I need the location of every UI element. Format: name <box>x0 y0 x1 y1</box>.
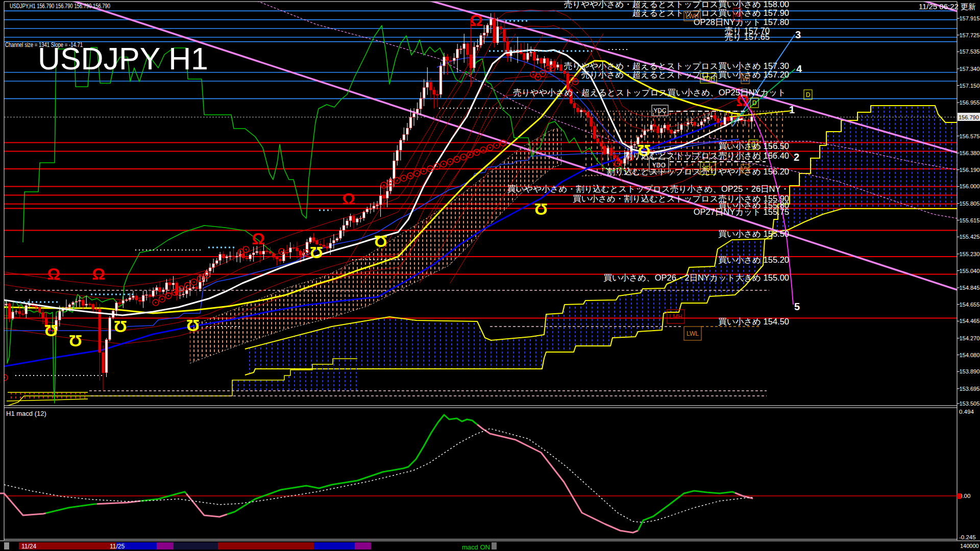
svg-text:M: M <box>735 11 740 18</box>
svg-text:Ω: Ω <box>534 200 548 218</box>
svg-text:Ω: Ω <box>44 321 58 340</box>
svg-text:買い小さめ、OP26・2日NYカット大きめ 155.00: 買い小さめ、OP26・2日NYカット大きめ 155.00 <box>604 273 789 282</box>
svg-text:157.535: 157.535 <box>960 48 980 55</box>
svg-text:154.845: 154.845 <box>960 285 980 291</box>
svg-text:157.340: 157.340 <box>960 66 980 72</box>
svg-text:OP27日NYカット 155.75: OP27日NYカット 155.75 <box>694 207 789 216</box>
svg-text:売りやや小さめ・超えるとストップロス買い小さめ 157.30: 売りやや小さめ・超えるとストップロス買い小さめ 157.30 <box>564 61 789 70</box>
svg-text:156.190: 156.190 <box>960 167 980 173</box>
svg-text:157.725: 157.725 <box>960 32 980 38</box>
svg-text:売り 157.65: 売り 157.65 <box>725 32 770 41</box>
svg-text:割り込むとストップロス売りやや小さめ 156.20: 割り込むとストップロス売りやや小さめ 156.20 <box>607 167 789 176</box>
svg-text:Ω: Ω <box>252 230 265 248</box>
svg-text:154.655: 154.655 <box>960 302 980 308</box>
svg-text:155.040: 155.040 <box>960 268 980 274</box>
svg-text:156.380: 156.380 <box>960 150 980 156</box>
svg-text:YDC: YDC <box>653 107 667 114</box>
svg-text:D: D <box>752 99 757 107</box>
svg-text:YDL: YDL <box>702 165 714 172</box>
svg-text:1: 1 <box>789 104 795 115</box>
svg-text:LMH: LMH <box>669 313 682 320</box>
svg-text:11/25 06:22 更新: 11/25 06:22 更新 <box>919 2 976 11</box>
svg-text:154.080: 154.080 <box>960 352 980 358</box>
svg-text:売りやや小さめ・超えるとストップロス買い小さめ、OP25日N: 売りやや小さめ・超えるとストップロス買い小さめ、OP25日NYカット <box>513 88 786 97</box>
svg-text:0.494: 0.494 <box>959 409 974 415</box>
svg-text:YDH: YDH <box>702 75 715 82</box>
svg-text:155.805: 155.805 <box>960 201 980 207</box>
svg-text:2: 2 <box>794 152 799 163</box>
svg-text:VV: VV <box>741 165 749 172</box>
svg-text:157.915: 157.915 <box>960 15 980 21</box>
svg-text:買い小さめ 154.50: 買い小さめ 154.50 <box>718 317 789 326</box>
svg-text:156.575: 156.575 <box>960 133 980 139</box>
svg-text:超えるとストップロス買い小さめ 157.90: 超えるとストップロス買い小さめ 157.90 <box>632 8 789 17</box>
svg-text:140000: 140000 <box>960 543 979 549</box>
svg-text:LWL: LWL <box>687 330 699 337</box>
svg-text:割り込むとストップロス売り小さめ 156.40: 割り込むとストップロス売り小さめ 156.40 <box>624 151 789 160</box>
svg-text:156.955: 156.955 <box>960 99 980 106</box>
svg-text:D: D <box>806 91 811 98</box>
svg-text:11/24: 11/24 <box>21 543 36 550</box>
svg-text:Ω: Ω <box>92 265 105 283</box>
svg-text:156.000: 156.000 <box>960 183 980 189</box>
svg-text:Ω: Ω <box>374 232 387 251</box>
svg-text:153.890: 153.890 <box>960 368 980 374</box>
svg-text:3: 3 <box>795 29 801 40</box>
svg-text:買い小さめ 155.50: 買い小さめ 155.50 <box>718 229 789 238</box>
svg-text:156.790: 156.790 <box>959 114 979 120</box>
svg-text:買い小さめ 155.20: 買い小さめ 155.20 <box>718 255 789 264</box>
svg-text:USDJPY H1: USDJPY H1 <box>38 41 208 76</box>
svg-text:Ω: Ω <box>186 316 200 335</box>
svg-text:11/25: 11/25 <box>110 543 125 550</box>
svg-text:153.505: 153.505 <box>960 400 980 407</box>
svg-text:157.150: 157.150 <box>960 83 980 89</box>
svg-text:LWH: LWH <box>685 13 699 20</box>
svg-text:4: 4 <box>796 63 802 74</box>
svg-text:売り小さめ・超えるとストップロス買い小さめ 157.20: 売り小さめ・超えるとストップロス買い小さめ 157.20 <box>581 70 789 79</box>
svg-text:155.230: 155.230 <box>960 251 980 257</box>
svg-text:154.270: 154.270 <box>960 335 980 341</box>
svg-text:155.615: 155.615 <box>960 217 980 223</box>
svg-text:5: 5 <box>794 301 800 312</box>
svg-text:155.425: 155.425 <box>960 234 980 240</box>
svg-text:macd ON: macd ON <box>462 543 490 551</box>
svg-text:買いやや小さめ・割り込むとストップロス売り小さめ、OP25・: 買いやや小さめ・割り込むとストップロス売り小さめ、OP25・26日NY・ <box>507 184 789 193</box>
svg-text:Ω: Ω <box>310 243 323 262</box>
svg-text:YDO: YDO <box>652 162 666 169</box>
svg-text:USDJPY,H1 156.790 156.790 156: USDJPY,H1 156.790 156.790 156.790 156.79… <box>10 3 110 10</box>
svg-text:Ω: Ω <box>342 190 355 208</box>
svg-text:W: W <box>742 76 748 83</box>
svg-text:Ω: Ω <box>114 317 127 336</box>
svg-text:-0.245: -0.245 <box>959 534 976 540</box>
svg-text:Ω: Ω <box>69 332 82 350</box>
svg-text:H1 macd (12): H1 macd (12) <box>6 410 46 417</box>
svg-text:Ω: Ω <box>470 11 483 30</box>
svg-text:Ω: Ω <box>47 265 60 283</box>
svg-text:153.695: 153.695 <box>960 386 980 392</box>
svg-text:154.465: 154.465 <box>960 318 980 324</box>
svg-text:D: D <box>751 141 756 148</box>
